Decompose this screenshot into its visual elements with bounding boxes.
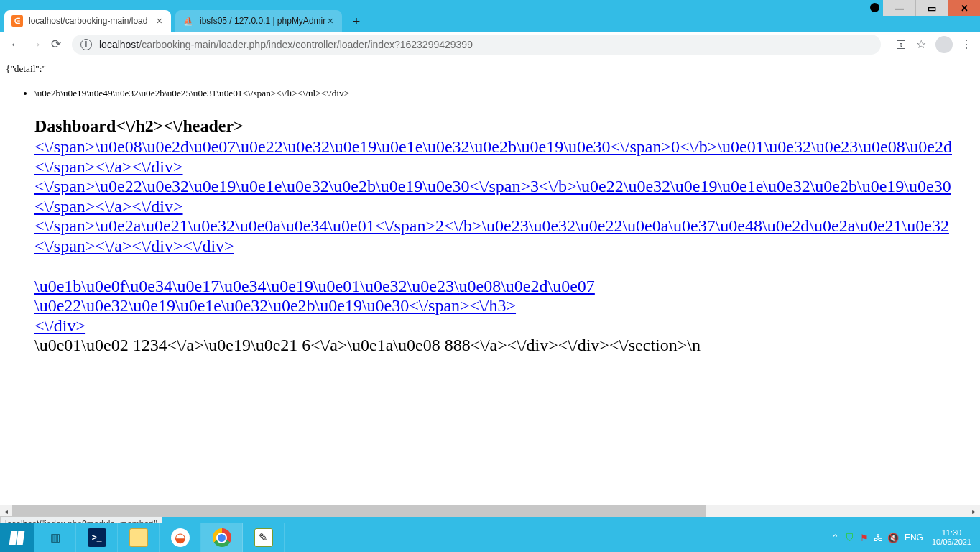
language-indicator[interactable]: ENG (905, 533, 923, 543)
link-text: <\/span>\u0e2a\u0e21\u0e32\u0e0a\u0e34\u… (34, 216, 949, 235)
notepadpp-icon: ✎ (254, 528, 273, 547)
tab-strip: ᕮ localhost/carbooking-main/load × ⛵ ibs… (0, 7, 980, 32)
file-explorer-icon (129, 528, 148, 547)
bullet-item: \u0e2b\u0e19\u0e49\u0e32\u0e2b\u0e25\u0e… (34, 88, 980, 99)
link-text: <\/span><\/a><\/div><\/div> (34, 236, 234, 255)
task-view-button[interactable]: ▥ (34, 523, 76, 552)
link-text: \u0e1b\u0e0f\u0e34\u0e17\u0e34\u0e19\u0e… (34, 277, 595, 295)
link-text: \u0e22\u0e32\u0e19\u0e1e\u0e32\u0e2b\u0e… (34, 296, 516, 315)
link-text: <\/span>\u0e22\u0e32\u0e19\u0e1e\u0e32\u… (34, 177, 951, 196)
tray-volume-icon[interactable]: 🔇 (886, 533, 900, 543)
xampp-favicon-icon: ᕮ (11, 15, 23, 27)
profile-avatar[interactable] (935, 36, 953, 53)
powershell-icon: >_ (88, 528, 106, 547)
link-text: <\/span><\/a><\/div> (34, 157, 183, 176)
close-tab-icon[interactable]: × (326, 15, 335, 27)
taskbar: ▥ >_ ◒ ✎ ⌃ ⛉ ⚑ 🖧 🔇 ENG 11:30 10/06/2021 (0, 523, 980, 552)
tray-shield-icon[interactable]: ⛉ (843, 533, 857, 543)
clock[interactable]: 11:30 10/06/2021 (932, 528, 971, 546)
tab-title: localhost/carbooking-main/load (29, 16, 155, 26)
close-button[interactable]: ✕ (948, 0, 980, 16)
scroll-right-icon[interactable]: ▸ (968, 505, 980, 518)
file-explorer-button[interactable] (118, 523, 160, 552)
tab-active[interactable]: ᕮ localhost/carbooking-main/load × (4, 10, 171, 32)
chrome-button[interactable] (201, 523, 243, 552)
start-button[interactable] (0, 523, 34, 552)
notepadpp-button[interactable]: ✎ (243, 523, 285, 552)
task-view-icon: ▥ (46, 528, 65, 547)
page-viewport: {"detail":" \u0e2b\u0e19\u0e49\u0e32\u0e… (0, 58, 980, 518)
powershell-button[interactable]: >_ (76, 523, 118, 552)
reload-button[interactable]: ⟳ (46, 34, 66, 55)
link-text: <\/div> (34, 316, 85, 335)
site-info-icon[interactable]: i (80, 39, 92, 50)
clock-time: 11:30 (932, 528, 971, 538)
browser-toolbar: ← → ⟳ i localhost/carbooking-main/loader… (0, 32, 980, 58)
forward-button[interactable]: → (26, 34, 46, 55)
bookmark-icon[interactable]: ☆ (911, 34, 931, 55)
updater-icon: ◒ (171, 528, 190, 547)
dashboard-heading: Dashboard<\/h2><\/header> (34, 116, 980, 136)
minimize-button[interactable]: — (883, 0, 915, 16)
phpmyadmin-favicon-icon: ⛵ (182, 15, 194, 27)
account-indicator[interactable] (870, 3, 879, 12)
chrome-menu-icon[interactable]: ⋮ (957, 34, 974, 55)
updater-button[interactable]: ◒ (160, 523, 201, 552)
link-text: <\/span>\u0e08\u0e2d\u0e07\u0e22\u0e32\u… (34, 137, 952, 156)
raw-json-prefix: {"detail":" (6, 63, 980, 75)
window-titlebar (0, 0, 980, 7)
tray-chevron-icon[interactable]: ⌃ (828, 533, 843, 543)
clock-date: 10/06/2021 (932, 538, 971, 547)
new-tab-button[interactable]: + (346, 12, 366, 32)
trailing-text: \u0e01\u0e02 1234<\/a>\u0e19\u0e21 6<\/a… (34, 336, 980, 356)
tab-title: ibsfs05 / 127.0.0.1 | phpMyAdmin (200, 16, 326, 26)
tray-flag-icon[interactable]: ⚑ (857, 533, 872, 543)
link-text: <\/span><\/a><\/div> (34, 197, 183, 216)
close-tab-icon[interactable]: × (155, 15, 164, 27)
back-button[interactable]: ← (6, 34, 26, 55)
windows-logo-icon (9, 531, 25, 545)
maximize-button[interactable]: ▭ (915, 0, 948, 16)
window-controls: — ▭ ✕ (883, 0, 980, 16)
system-tray: ⌃ ⛉ ⚑ 🖧 🔇 ENG 11:30 10/06/2021 (828, 523, 980, 552)
url-path: /carbooking-main/loader.php/index/contro… (139, 39, 473, 50)
chrome-icon (213, 528, 231, 547)
tab-inactive[interactable]: ⛵ ibsfs05 / 127.0.0.1 | phpMyAdmin × (175, 10, 342, 32)
tray-network-icon[interactable]: 🖧 (872, 533, 886, 543)
address-bar[interactable]: i localhost/carbooking-main/loader.php/i… (72, 34, 881, 55)
saved-password-icon[interactable]: ⚿ (891, 34, 911, 55)
url-host: localhost (99, 39, 139, 50)
link-block-2[interactable]: \u0e1b\u0e0f\u0e34\u0e17\u0e34\u0e19\u0e… (34, 277, 980, 336)
link-block-1[interactable]: <\/span>\u0e08\u0e2d\u0e07\u0e22\u0e32\u… (34, 137, 980, 257)
